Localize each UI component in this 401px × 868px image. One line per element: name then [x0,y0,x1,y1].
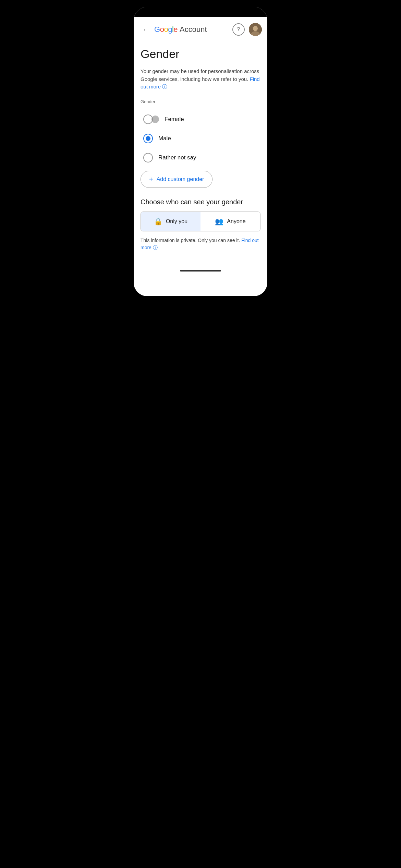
g-letter-o2: o [164,25,168,34]
privacy-note-text: This information is private. Only you ca… [141,238,240,243]
avatar-button[interactable] [249,23,262,36]
visibility-title: Choose who can see your gender [141,198,260,206]
rather-not-say-label: Rather not say [158,154,196,161]
anyone-option[interactable]: 👥 Anyone [200,212,260,231]
page-title: Gender [141,47,260,61]
gender-option-male[interactable]: Male [141,129,260,148]
help-icon: ? [237,26,240,33]
google-text: Google [154,25,178,34]
account-label: Account [180,25,207,34]
g-letter-g: G [154,25,160,34]
description-text: Your gender may be used for personalisat… [141,68,260,91]
header: ← Google Account ? [134,17,267,40]
back-arrow-icon: ← [143,26,149,33]
gender-section-label: Gender [141,99,260,104]
description-body: Your gender may be used for personalisat… [141,68,259,82]
g-letter-g2: g [168,25,172,34]
privacy-note: This information is private. Only you ca… [141,237,260,251]
main-content: Gender Your gender may be used for perso… [134,40,267,265]
only-you-label: Only you [166,218,187,225]
rather-not-say-radio-outer [143,153,153,162]
male-label: Male [158,135,171,142]
lock-icon: 🔒 [154,217,162,226]
add-custom-label: Add custom gender [157,176,204,182]
gender-option-rather-not-say[interactable]: Rather not say [141,148,260,167]
female-radio-partial [151,116,159,123]
only-you-option[interactable]: 🔒 Only you [141,212,200,231]
gender-radio-group: Female Male Rather not say [141,110,260,167]
people-icon: 👥 [215,217,223,226]
back-button[interactable]: ← [139,23,153,36]
help-button[interactable]: ? [232,23,245,36]
svg-point-1 [253,26,258,31]
header-actions: ? [232,23,262,36]
male-radio-outer [143,134,153,143]
bottom-bar [134,265,267,277]
avatar-svg [249,23,262,36]
content-area: ← Google Account ? [134,17,267,296]
g-letter-e: e [173,25,178,34]
g-letter-o1: o [160,25,164,34]
home-indicator [180,270,221,272]
male-radio-inner [146,136,150,141]
add-custom-gender-button[interactable]: + Add custom gender [141,171,212,188]
google-logo: Google Account [154,25,232,34]
gender-option-female[interactable]: Female [141,110,260,129]
female-radio-indicator [143,114,159,124]
visibility-toggle: 🔒 Only you 👥 Anyone [141,212,260,231]
female-label: Female [165,116,184,123]
phone-frame: ← Google Account ? [134,7,267,296]
plus-icon: + [149,176,153,183]
status-bar [134,7,267,17]
avatar-image [249,23,262,36]
anyone-label: Anyone [227,218,245,225]
